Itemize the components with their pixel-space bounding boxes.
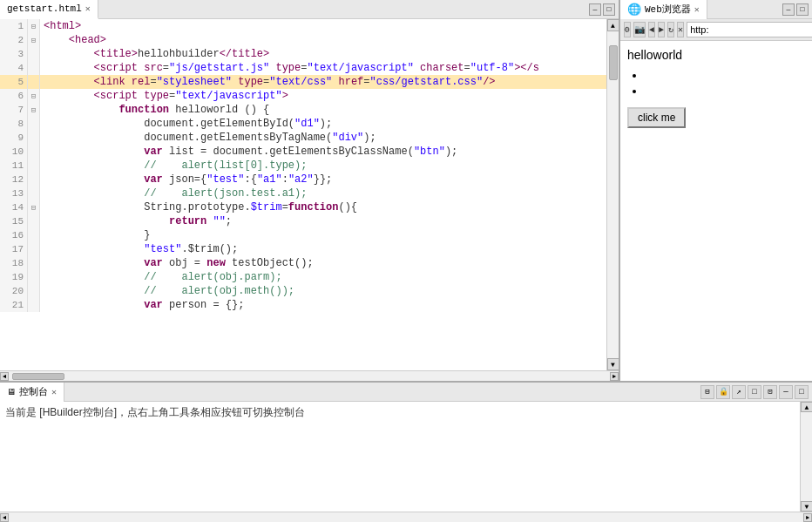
editor-scrollbar-h[interactable]: ◄ ► xyxy=(0,370,619,381)
table-row: 20 // alert(obj.meth()); xyxy=(0,284,606,298)
editor-tab[interactable]: getstart.html ✕ xyxy=(0,0,98,19)
table-row: 4 <script src="js/getstart.js" type="tex… xyxy=(0,61,606,75)
code-line: <title>hellohbuilder</title> xyxy=(40,47,606,61)
fold-indicator[interactable]: ⊟ xyxy=(28,33,40,47)
fold-indicator xyxy=(28,75,40,89)
line-number: 17 xyxy=(0,242,28,256)
forward-btn[interactable]: ► xyxy=(658,22,665,37)
scroll-down-arrow[interactable]: ▼ xyxy=(607,358,619,370)
browser-heading: helloworld xyxy=(627,48,805,62)
console-scroll-up[interactable]: ▲ xyxy=(801,402,812,412)
back-btn[interactable]: ◄ xyxy=(648,22,655,37)
code-line: var list = document.getElementsByClassNa… xyxy=(40,145,606,159)
editor-scrollbar-v[interactable]: ▲ ▼ xyxy=(606,19,619,370)
browser-maximize-btn[interactable]: □ xyxy=(796,3,809,16)
console-scroll-down[interactable]: ▼ xyxy=(801,501,812,512)
code-line: document.getElementById("d1"); xyxy=(40,117,606,131)
editor-maximize-btn[interactable]: □ xyxy=(603,3,615,16)
scroll-left-arrow[interactable]: ◄ xyxy=(0,372,9,381)
console-scrollbar-v[interactable]: ▲ ▼ xyxy=(800,402,812,512)
list-item xyxy=(645,85,805,97)
refresh-btn[interactable]: ↻ xyxy=(667,22,674,37)
line-number: 1 xyxy=(0,19,28,33)
stop-btn[interactable]: ✕ xyxy=(677,22,684,37)
fold-indicator xyxy=(28,284,40,298)
browser-minimize-btn[interactable]: — xyxy=(782,3,795,16)
table-row: 2 ⊟ <head> xyxy=(0,33,606,47)
console-toolbar-btn4[interactable]: □ xyxy=(748,385,761,399)
console-scroll-left[interactable]: ◄ xyxy=(0,513,9,522)
click-me-button[interactable]: click me xyxy=(627,107,686,128)
fold-indicator xyxy=(28,242,40,256)
line-number: 2 xyxy=(0,33,28,47)
fold-indicator[interactable]: ⊟ xyxy=(28,89,40,103)
table-row: 9 document.getElementsByTagName("div"); xyxy=(0,131,606,145)
console-toolbar-btn2[interactable]: 🔒 xyxy=(716,385,730,399)
line-number: 7 xyxy=(0,103,28,117)
console-tab-label: 控制台 xyxy=(19,385,48,398)
screenshot-btn[interactable]: 📷 xyxy=(633,22,646,37)
scroll-thumb-h[interactable] xyxy=(12,373,64,380)
code-line: // alert(list[0].type); xyxy=(40,159,606,173)
line-number: 5 xyxy=(0,75,28,89)
code-line: function helloworld () { xyxy=(40,103,606,117)
line-number: 16 xyxy=(0,228,28,242)
fold-indicator[interactable]: ⊟ xyxy=(28,19,40,33)
code-line: <head> xyxy=(40,33,606,47)
console-panel: 🖥 控制台 ✕ ⊟ 🔒 ↗ □ ⊡ — □ 当前是 [HBuilder控制台]，… xyxy=(0,383,812,522)
table-row: 16 } xyxy=(0,228,606,242)
table-row: 7 ⊟ function helloworld () { xyxy=(0,103,606,117)
fold-indicator xyxy=(28,61,40,75)
scroll-thumb[interactable] xyxy=(609,45,618,80)
code-line: var obj = new testObject(); xyxy=(40,256,606,270)
settings-icon-btn[interactable]: ⚙ xyxy=(624,22,631,37)
console-toolbar-btn3[interactable]: ↗ xyxy=(732,385,746,399)
editor-content: 1 ⊟ <html> 2 ⊟ <head> 3 xyxy=(0,19,619,381)
fold-indicator xyxy=(28,186,40,200)
scroll-right-arrow[interactable]: ► xyxy=(610,372,619,381)
console-toolbar-btn7[interactable]: □ xyxy=(795,385,809,399)
browser-content: helloworld click me xyxy=(620,41,812,381)
editor-panel: getstart.html ✕ — □ 1 ⊟ <html> xyxy=(0,0,620,381)
browser-tab[interactable]: 🌐 Web浏览器 ✕ xyxy=(620,0,707,19)
console-scroll-right[interactable]: ► xyxy=(803,513,812,522)
browser-tab-close[interactable]: ✕ xyxy=(694,4,700,15)
fold-indicator[interactable]: ⊟ xyxy=(28,103,40,117)
table-row: 6 ⊟ <script type="text/javascript"> xyxy=(0,89,606,103)
browser-tab-bar: 🌐 Web浏览器 ✕ — □ xyxy=(620,0,812,19)
line-number: 4 xyxy=(0,61,28,75)
editor-tab-close[interactable]: ✕ xyxy=(85,3,91,14)
line-number: 13 xyxy=(0,186,28,200)
console-scrollbar-h[interactable]: ◄ ► xyxy=(0,512,812,522)
table-row: 18 var obj = new testObject(); xyxy=(0,256,606,270)
table-row: 15 return ""; xyxy=(0,214,606,228)
console-toolbar-btn6[interactable]: — xyxy=(779,385,793,399)
console-tab[interactable]: 🖥 控制台 ✕ xyxy=(0,383,64,402)
console-tab-close[interactable]: ✕ xyxy=(51,387,57,397)
table-row: 1 ⊟ <html> xyxy=(0,19,606,33)
browser-window-controls: — □ xyxy=(782,3,812,16)
console-toolbar-btn1[interactable]: ⊟ xyxy=(700,385,714,399)
table-row: 17 "test".$trim(); xyxy=(0,242,606,256)
address-bar[interactable] xyxy=(687,22,812,37)
fold-indicator xyxy=(28,131,40,145)
line-number: 19 xyxy=(0,270,28,284)
table-row: 12 var json={"test":{"a1":"a2"}}; xyxy=(0,173,606,186)
code-line: var json={"test":{"a1":"a2"}}; xyxy=(40,173,606,186)
code-line: String.prototype.$trim=function(){ xyxy=(40,200,606,214)
line-number: 15 xyxy=(0,214,28,228)
console-icon: 🖥 xyxy=(7,387,16,397)
code-line: // alert(json.test.a1); xyxy=(40,186,606,200)
line-number: 18 xyxy=(0,256,28,270)
fold-indicator[interactable]: ⊟ xyxy=(28,200,40,214)
code-line: <script type="text/javascript"> xyxy=(40,89,606,103)
fold-indicator xyxy=(28,270,40,284)
editor-minimize-btn[interactable]: — xyxy=(589,3,601,16)
scroll-up-arrow[interactable]: ▲ xyxy=(607,19,619,31)
globe-icon: 🌐 xyxy=(627,3,641,17)
code-area[interactable]: 1 ⊟ <html> 2 ⊟ <head> 3 xyxy=(0,19,606,370)
code-line: <html> xyxy=(40,19,606,33)
console-content: 当前是 [HBuilder控制台]，点右上角工具条相应按钮可切换控制台 xyxy=(0,402,800,512)
code-line: <script src="js/getstart.js" type="text/… xyxy=(40,61,606,75)
console-toolbar-btn5[interactable]: ⊡ xyxy=(763,385,777,399)
